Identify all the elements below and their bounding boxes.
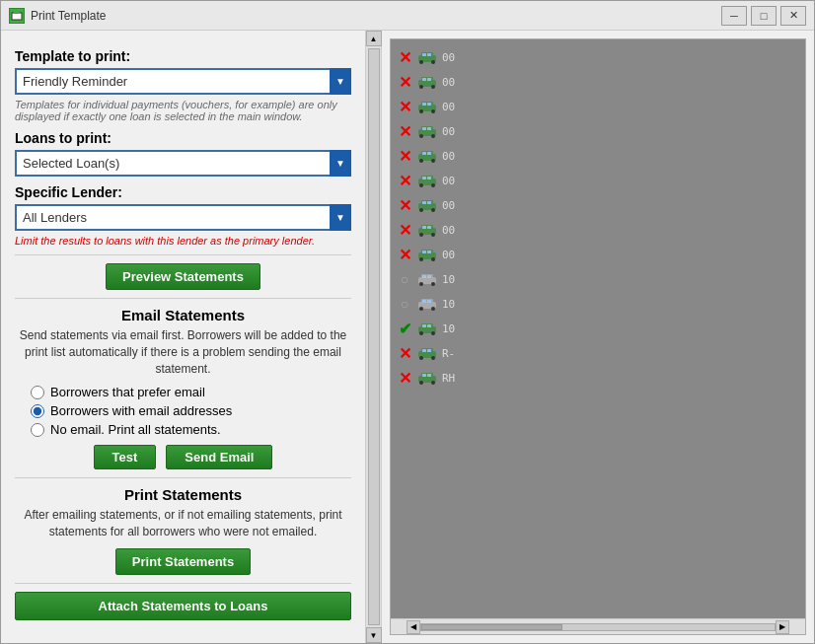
- preview-row: ✕ RH: [395, 366, 801, 390]
- svg-rect-1: [14, 10, 20, 14]
- x-status-icon: ✕: [397, 369, 412, 388]
- preview-statements-button[interactable]: Preview Statements: [106, 263, 260, 290]
- send-email-button[interactable]: Send Email: [166, 445, 272, 469]
- test-button[interactable]: Test: [94, 445, 157, 469]
- circle-status-icon: ○: [397, 271, 412, 287]
- scroll-up-arrow[interactable]: ▲: [366, 31, 382, 46]
- svg-rect-74: [427, 324, 431, 327]
- horizontal-scrollbar[interactable]: ◀ ▶: [391, 618, 805, 634]
- lender-hint: Limit the results to loans with this len…: [15, 235, 351, 247]
- title-bar-controls: ─ □ ✕: [721, 6, 806, 26]
- attach-statements-button[interactable]: Attach Statements to Loans: [15, 592, 351, 620]
- loans-label: Loans to print:: [15, 130, 351, 146]
- row-id-text: 00: [442, 224, 455, 237]
- radio-with-email-label: Borrowers with email addresses: [50, 403, 232, 418]
- car-icon: [416, 198, 438, 212]
- print-btn-container: Print Statements: [15, 548, 351, 575]
- print-section-desc: After emailing statements, or if not ema…: [15, 507, 351, 540]
- row-id-text: 10: [442, 298, 455, 311]
- preview-list: ✕ 00✕ 00✕: [391, 39, 805, 395]
- radio-prefer-email[interactable]: [31, 386, 44, 399]
- preview-row: ✕ 00: [395, 169, 801, 192]
- print-statements-button[interactable]: Print Statements: [115, 548, 251, 575]
- vertical-scrollbar[interactable]: ▲ ▼: [366, 31, 382, 643]
- preview-row: ✕ 00: [395, 70, 801, 94]
- car-icon: [416, 272, 438, 286]
- preview-row: ✕ 00: [395, 218, 801, 242]
- svg-rect-32: [427, 152, 431, 155]
- svg-point-77: [419, 356, 423, 360]
- radio-no-email-label: No email. Print all statements.: [50, 422, 221, 437]
- svg-point-29: [419, 159, 423, 163]
- svg-point-18: [431, 109, 435, 113]
- x-status-icon: ✕: [397, 48, 412, 67]
- preview-row: ○ 10: [395, 267, 801, 291]
- svg-point-41: [419, 208, 423, 212]
- lender-label: Specific Lender:: [15, 184, 351, 200]
- svg-point-72: [431, 331, 435, 335]
- row-id-text: 10: [442, 322, 455, 335]
- loans-select[interactable]: Selected Loan(s): [15, 150, 351, 177]
- divider-4: [15, 583, 351, 584]
- car-icon: [416, 50, 438, 64]
- lender-select[interactable]: All Lenders: [15, 204, 351, 231]
- preview-scroll-area[interactable]: ✕ 00✕ 00✕: [391, 39, 805, 618]
- radio-with-email[interactable]: [31, 404, 44, 418]
- row-id-text: 00: [442, 175, 455, 187]
- svg-rect-20: [427, 103, 431, 106]
- svg-point-60: [431, 282, 435, 286]
- scroll-track: [368, 48, 380, 625]
- preview-row: ✕ 00: [395, 119, 801, 143]
- divider-1: [15, 254, 351, 255]
- preview-row: ✕ 00: [395, 144, 801, 168]
- radio-item-with-email: Borrowers with email addresses: [31, 403, 351, 418]
- car-icon: [416, 174, 438, 187]
- svg-point-5: [419, 60, 423, 64]
- svg-point-78: [431, 356, 435, 360]
- preview-row: ✕ 00: [395, 95, 801, 118]
- restore-button[interactable]: □: [751, 6, 777, 26]
- svg-point-54: [431, 257, 435, 261]
- scroll-right-arrow[interactable]: ▶: [776, 620, 789, 634]
- car-icon: [416, 223, 438, 237]
- minimize-button[interactable]: ─: [721, 6, 747, 26]
- row-id-text: 00: [442, 76, 455, 89]
- title-bar-left: Print Template: [9, 8, 106, 24]
- preview-btn-container: Preview Statements: [15, 263, 351, 290]
- svg-rect-26: [427, 127, 431, 130]
- printer-icon: [9, 8, 25, 24]
- radio-no-email[interactable]: [31, 423, 44, 437]
- scroll-left-arrow[interactable]: ◀: [407, 620, 420, 634]
- row-id-text: 00: [442, 125, 455, 138]
- svg-rect-19: [422, 103, 426, 106]
- svg-point-35: [419, 183, 423, 187]
- svg-point-17: [419, 109, 423, 113]
- row-id-text: 00: [442, 199, 455, 212]
- row-id-text: 00: [442, 150, 455, 163]
- svg-rect-43: [422, 201, 426, 204]
- divider-2: [15, 298, 351, 299]
- radio-prefer-email-label: Borrowers that prefer email: [50, 385, 205, 399]
- svg-rect-2: [13, 16, 21, 19]
- template-select[interactable]: Friendly Reminder: [15, 68, 351, 95]
- svg-rect-73: [422, 324, 426, 327]
- template-label: Template to print:: [15, 48, 351, 64]
- row-id-text: R-: [442, 347, 455, 360]
- svg-rect-61: [422, 275, 426, 278]
- car-icon: [416, 124, 438, 138]
- row-id-text: 10: [442, 273, 455, 286]
- row-id-text: 00: [442, 249, 455, 261]
- radio-group: Borrowers that prefer email Borrowers wi…: [31, 385, 351, 437]
- template-select-wrapper: Friendly Reminder ▼: [15, 68, 351, 95]
- scroll-down-arrow[interactable]: ▼: [366, 627, 382, 643]
- svg-point-71: [419, 331, 423, 335]
- close-button[interactable]: ✕: [780, 6, 806, 26]
- svg-rect-50: [427, 226, 431, 229]
- svg-point-48: [431, 233, 435, 237]
- preview-row: ✕ 00: [395, 193, 801, 217]
- check-status-icon: ✔: [397, 320, 412, 338]
- preview-row: ○ 10: [395, 292, 801, 316]
- svg-rect-13: [422, 78, 426, 81]
- preview-row: ✔ 10: [395, 317, 801, 340]
- car-icon: [416, 149, 438, 163]
